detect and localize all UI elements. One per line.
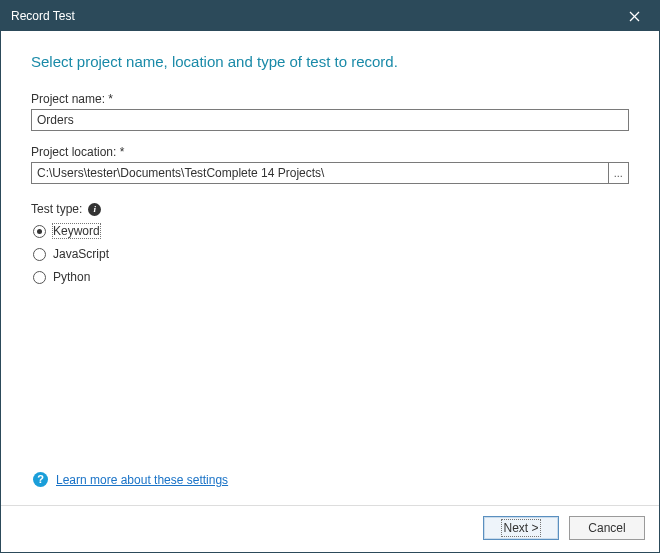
radio-keyword[interactable]: Keyword (33, 224, 629, 238)
project-name-input[interactable] (31, 109, 629, 131)
radio-indicator-python (33, 271, 46, 284)
browse-button[interactable]: ... (608, 162, 629, 184)
dialog-footer: Next > Cancel (1, 505, 659, 552)
record-test-dialog: Record Test Select project name, locatio… (0, 0, 660, 553)
test-type-label-row: Test type: i (31, 202, 629, 216)
help-icon: ? (33, 472, 48, 487)
window-title: Record Test (11, 9, 617, 23)
project-location-label: Project location: * (31, 145, 629, 159)
help-link[interactable]: Learn more about these settings (56, 473, 228, 487)
close-icon (629, 11, 640, 22)
project-name-label: Project name: * (31, 92, 629, 106)
next-button-label: Next > (503, 521, 538, 535)
project-name-block: Project name: * (31, 92, 629, 131)
next-button[interactable]: Next > (483, 516, 559, 540)
close-button[interactable] (617, 4, 651, 28)
titlebar: Record Test (1, 1, 659, 31)
cancel-button-label: Cancel (588, 521, 625, 535)
info-icon[interactable]: i (88, 203, 101, 216)
radio-label-python: Python (53, 270, 90, 284)
help-row: ? Learn more about these settings (33, 472, 629, 487)
test-type-label: Test type: (31, 202, 82, 216)
project-location-input[interactable] (31, 162, 609, 184)
radio-python[interactable]: Python (33, 270, 629, 284)
radio-label-keyword: Keyword (53, 224, 100, 238)
radio-indicator-javascript (33, 248, 46, 261)
project-location-row: ... (31, 162, 629, 184)
dialog-content: Select project name, location and type o… (1, 31, 659, 505)
cancel-button[interactable]: Cancel (569, 516, 645, 540)
project-location-block: Project location: * ... (31, 145, 629, 184)
radio-javascript[interactable]: JavaScript (33, 247, 629, 261)
radio-label-javascript: JavaScript (53, 247, 109, 261)
content-spacer (31, 293, 629, 472)
page-heading: Select project name, location and type o… (31, 53, 629, 70)
radio-indicator-keyword (33, 225, 46, 238)
